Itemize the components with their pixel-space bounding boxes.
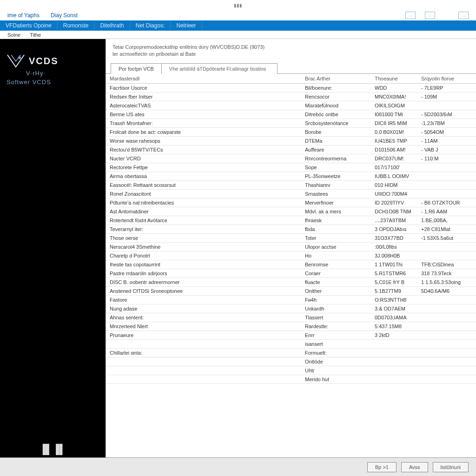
cell-c4 bbox=[417, 190, 476, 198]
minimize-button[interactable]: — bbox=[405, 12, 416, 19]
table-row[interactable]: Ronel ZonascitontSrnasteesUlIIDO:700M4 bbox=[106, 190, 476, 198]
cell-c3 bbox=[371, 366, 417, 375]
table-row[interactable]: Merido hut bbox=[106, 375, 476, 384]
table-row[interactable]: Uhtr bbox=[106, 366, 476, 375]
table-row[interactable]: isansert bbox=[106, 340, 476, 349]
header-col-1[interactable]: Mardasteradl bbox=[106, 74, 301, 83]
cell-c1: Ronel Zonascitont bbox=[106, 190, 301, 198]
cell-c1: Facrtisor Usorce bbox=[106, 84, 301, 92]
cell-c3: 31O3X77BD bbox=[371, 234, 417, 242]
cell-c4: - 110:M bbox=[417, 154, 476, 163]
cell-c2: Auffeare bbox=[301, 145, 371, 154]
menubar: ime of Yaphs Diay Sonst — ▭ ▭ bbox=[0, 10, 476, 20]
toolbar-btn-3[interactable]: Net Diagos: bbox=[130, 21, 171, 30]
table-row[interactable]: Facrtisor UsorceBil/boenure:WDD- 7LE9RP bbox=[106, 84, 476, 93]
table-row[interactable]: Mnrzerteed NlertRardestle:5:437.15M8 bbox=[106, 322, 476, 331]
cell-c1: Redsex fber Initser bbox=[106, 93, 301, 101]
cell-c3: 017/17100' bbox=[371, 163, 417, 172]
table-row[interactable]: Airma obertassaPL-35onweetzeIUBB.L OOIMV bbox=[106, 172, 476, 181]
toolbar: VFDatierts Opoine Romonste Ditelhrath Ne… bbox=[0, 20, 476, 31]
table-row[interactable]: AsterocateicTVASMisratefülnoodOIKILSOIGM bbox=[106, 101, 476, 110]
cell-c4 bbox=[417, 349, 476, 357]
table-row[interactable]: FastoreFи4hO:RS3NTTH8 bbox=[106, 296, 476, 304]
cell-c3: UlIIDO:700M4 bbox=[371, 190, 417, 198]
table-row[interactable]: Berme US atesDitrebóc ontbeI081000 TMi- … bbox=[106, 110, 476, 119]
logo: VCDS bbox=[7, 53, 59, 69]
maximize-button[interactable]: ▭ bbox=[425, 12, 435, 19]
brand-sub: V·rHy· bbox=[26, 70, 46, 77]
cell-c4: - 7LE9RP bbox=[417, 84, 476, 92]
cell-c2: Merido hut bbox=[301, 375, 371, 383]
svg-point-0 bbox=[18, 56, 21, 59]
doc-icon[interactable]: ▐▌▐▌ bbox=[40, 444, 66, 455]
footer-btn-3[interactable]: listûtriuni bbox=[433, 462, 469, 472]
cell-c1: Teverarnyl iter: bbox=[106, 225, 301, 233]
table-row[interactable]: Ast AntomatdinerMdvl. ak a mersDCH1O0B T… bbox=[106, 207, 476, 216]
desc-line-2: ler acmoeftectn on priboetain al Bate bbox=[112, 51, 469, 58]
cell-c2: fhraesk bbox=[301, 216, 371, 225]
table-row[interactable]: Nung adaseUokardh3.& OD7AEM bbox=[106, 304, 476, 313]
table-row[interactable]: Trassh Mrontafner:SrcbosystenótanceDIC8 … bbox=[106, 119, 476, 128]
brand-main: VCDS bbox=[29, 56, 59, 66]
cell-c1: Worse wase rahesops bbox=[106, 137, 301, 145]
header-col-2[interactable]: Brac Arther bbox=[301, 74, 371, 83]
cell-c2: Misratefülnood bbox=[301, 101, 371, 110]
tab-secondary[interactable]: Vhe artdöld áTDpótirarte Fi:aliinagr tio… bbox=[161, 63, 278, 74]
header-col-4[interactable]: Srqyotin floroe bbox=[417, 74, 476, 83]
close-button[interactable]: ▭ bbox=[458, 12, 469, 19]
menu-item-1[interactable]: Diay Sonst bbox=[45, 11, 83, 20]
table-row[interactable]: Pastre rrdaaróln sdirjoorsCoraer5.R1TSTM… bbox=[106, 269, 476, 278]
table-row[interactable]: Eassocél: Rettaant scossrsutThashiarev01… bbox=[106, 181, 476, 190]
cell-c4: - 11AM bbox=[417, 137, 476, 145]
table-row[interactable]: Rectou'd B5WTV/TECsAuffeareD101506 AM!- … bbox=[106, 145, 476, 154]
toolbar-btn-1[interactable]: Romonste bbox=[58, 21, 95, 30]
toolbar-btn-2[interactable]: Ditelhrath bbox=[94, 21, 130, 30]
cell-c4 bbox=[417, 172, 476, 180]
table-row[interactable]: Ontlöde bbox=[106, 357, 476, 366]
cell-c4 bbox=[417, 163, 476, 172]
table-row[interactable]: Worse wase rahesopsDTEMaIU41BE5 TMP- 11A… bbox=[106, 137, 476, 145]
cell-c4: 1 1.5.65.3:53oing bbox=[417, 278, 476, 286]
table-row[interactable]: Anstened CfTDSi SroneoptoneeOnither5.1B2… bbox=[106, 287, 476, 296]
table-row[interactable]: Rectorete FettpeSope017/17100' bbox=[106, 163, 476, 172]
table-row[interactable]: Redsex fber InitserRencsocorMNC0X0IMA!- … bbox=[106, 93, 476, 101]
table-row[interactable]: Iheste tas copotaurrintBenromse1 1TW01Th… bbox=[106, 260, 476, 269]
logo-icon bbox=[7, 53, 25, 69]
table-row[interactable]: Rntertendt föstıt Avótarcefhraesk....237… bbox=[106, 216, 476, 225]
cell-c2: DTEMa bbox=[301, 137, 371, 145]
menu-item-0[interactable]: ime of Yaphs bbox=[2, 11, 45, 20]
table-row[interactable]: Teverarnyl iter:fbda3 OPDDJAbıs+28 C81Ml… bbox=[106, 225, 476, 234]
cell-c1: Anstened CfTDSi Sroneoptonee bbox=[106, 287, 301, 295]
footer-btn-1[interactable]: Bp >1 bbox=[367, 462, 397, 472]
table-row[interactable]: Nucter VCRDRnrcontreormernaDRC037UM!- 11… bbox=[106, 154, 476, 163]
table-row[interactable]: Nerscarot4 3SmethineUlopor acctse:00/L0f… bbox=[106, 243, 476, 251]
cell-c3: 5.1B27TM9 bbox=[371, 287, 417, 295]
cell-c4 bbox=[417, 304, 476, 313]
cell-c1: Berme US ates bbox=[106, 110, 301, 119]
cell-c3: IUBB.L OOIMV bbox=[371, 172, 417, 180]
subbar-item-0[interactable]: Solne bbox=[3, 32, 25, 38]
table-row[interactable]: Charetp d PonotrtHo3J.008H0B bbox=[106, 251, 476, 260]
tab-primary[interactable]: Por foctpn VCB bbox=[111, 63, 162, 74]
table-row[interactable]: Those oerseToter31O3X77BD-1 53X5.5a6ut bbox=[106, 234, 476, 243]
table-row[interactable]: Chillarlei αnta:Formuelt: bbox=[106, 349, 476, 357]
subbar-item-1[interactable]: Tithe bbox=[25, 32, 46, 38]
cell-c1: Charetp d Ponotrt bbox=[106, 251, 301, 260]
header-col-3[interactable]: Thoeaune bbox=[371, 74, 417, 83]
cell-c1: Nucter VCRD bbox=[106, 154, 301, 163]
table-row[interactable]: Frolcait done be act: cowparsteBorobe0.0… bbox=[106, 128, 476, 137]
table-row[interactable]: Ahnas sentent:Tlassert0D0703,IAMA bbox=[106, 313, 476, 322]
cell-c2: Onither bbox=[301, 287, 371, 295]
table-row[interactable]: PrunaeureEnrr3 2ktD bbox=[106, 331, 476, 340]
cell-c1: Chillarlei αnta: bbox=[106, 349, 301, 357]
table-row[interactable]: Pdtunte’a nal:nitreibentaciesMerverfinoe… bbox=[106, 198, 476, 207]
footer-btn-2[interactable]: Avss bbox=[401, 462, 428, 472]
cell-c1: Those oerse bbox=[106, 234, 301, 242]
toolbar-btn-4[interactable]: Nelrieer bbox=[171, 21, 202, 30]
cell-c3 bbox=[371, 349, 417, 357]
cell-c4: - B6 OTZKTOUR bbox=[417, 198, 476, 207]
cell-c1: Eassocél: Rettaant scossrsut bbox=[106, 181, 301, 189]
toolbar-btn-0[interactable]: VFDatierts Opoine bbox=[0, 21, 58, 30]
cell-c3: ID 2029TIYV bbox=[371, 198, 417, 207]
table-row[interactable]: DISC B. oobentr adreerrnornerfluacte5,C0… bbox=[106, 278, 476, 287]
